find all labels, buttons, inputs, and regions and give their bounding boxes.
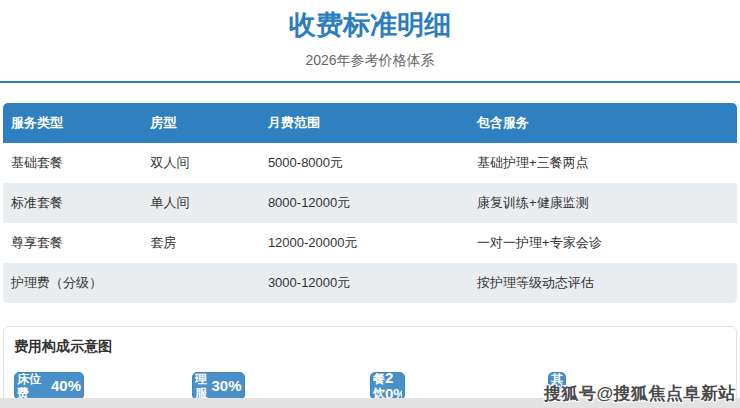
- chart-title: 费用构成示意图: [14, 339, 726, 354]
- table-row: 标准套餐 单人间 8000-12000元 康复训练+健康监测: [3, 183, 737, 223]
- bar-percent: 30%: [211, 378, 241, 394]
- bar-segment-nursing-service: 护理服务 30%: [192, 372, 245, 400]
- bar-label: 床位费: [17, 372, 51, 400]
- table-header-row: 服务类型 房型 月费范围 包含服务: [3, 103, 737, 143]
- table-cell: 尊享套餐: [3, 223, 142, 263]
- table-row: 基础套餐 双人间 5000-8000元 基础护理+三餐两点: [3, 143, 737, 183]
- table-row: 护理费（分级） 3000-12000元 按护理等级动态评估: [3, 263, 737, 303]
- column-header-included-services: 包含服务: [469, 103, 737, 143]
- table-cell: 8000-12000元: [260, 183, 469, 223]
- bar-percent: 40%: [51, 378, 81, 394]
- column-header-monthly-fee: 月费范围: [260, 103, 469, 143]
- page-title: 收费标准明细: [0, 0, 740, 42]
- table-cell: 双人间: [142, 143, 259, 183]
- table-cell: 基础护理+三餐两点: [469, 143, 737, 183]
- table-cell: 单人间: [142, 183, 259, 223]
- table-row: 尊享套餐 套房 12000-20000元 一对一护理+专家会诊: [3, 223, 737, 263]
- watermark: 搜狐号@搜狐焦点阜新站: [544, 382, 736, 405]
- column-header-service-type: 服务类型: [3, 103, 142, 143]
- pricing-table: 服务类型 房型 月费范围 包含服务 基础套餐 双人间 5000-8000元 基础…: [3, 103, 737, 303]
- column-header-room-type: 房型: [142, 103, 259, 143]
- table-cell: 标准套餐: [3, 183, 142, 223]
- page: 收费标准明细 2026年参考价格体系 服务类型 房型 月费范围 包含服务 基础套…: [0, 0, 740, 408]
- bar-label: 餐饮: [373, 372, 385, 400]
- table-cell: 5000-8000元: [260, 143, 469, 183]
- table-cell: [142, 263, 259, 303]
- divider: [0, 81, 740, 83]
- table-cell: 套房: [142, 223, 259, 263]
- bar-segment-bed-fee: 床位费 40%: [14, 372, 84, 400]
- table-cell: 护理费（分级）: [3, 263, 142, 303]
- table-cell: 基础套餐: [3, 143, 142, 183]
- bar-segment-catering: 餐饮 20%: [370, 372, 405, 400]
- bar-column: 护理服务 30%: [192, 372, 370, 400]
- bar-label: 护理服务: [195, 372, 211, 400]
- table-cell: 3000-12000元: [260, 263, 469, 303]
- bar-percent: 20%: [385, 372, 402, 400]
- table-cell: 康复训练+健康监测: [469, 183, 737, 223]
- page-subtitle: 2026年参考价格体系: [0, 53, 740, 68]
- table-cell: 12000-20000元: [260, 223, 469, 263]
- table-cell: 按护理等级动态评估: [469, 263, 737, 303]
- bar-column: 餐饮 20%: [370, 372, 548, 400]
- table-cell: 一对一护理+专家会诊: [469, 223, 737, 263]
- bar-column: 床位费 40%: [14, 372, 192, 400]
